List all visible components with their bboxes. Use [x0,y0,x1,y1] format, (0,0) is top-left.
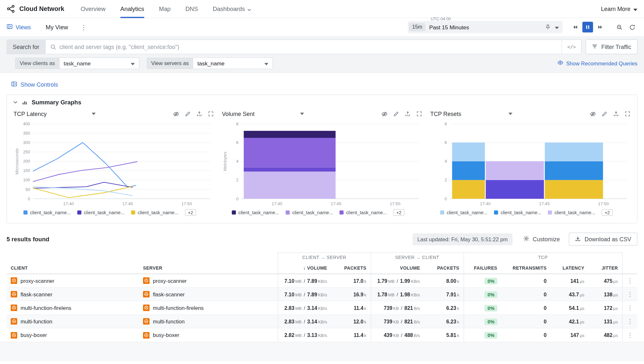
expand-graph-icon[interactable] [625,111,630,117]
view-servers-as-select[interactable]: task_name [193,58,273,69]
collapse-chevron-icon[interactable] [13,101,18,104]
legend-item[interactable]: client_task_name... [232,210,279,215]
hide-graph-icon[interactable] [173,111,179,117]
legend-more-badge[interactable]: +2 [393,209,404,216]
table-row[interactable]: flask-scannerflask-scanner7.10MB/7.89KB/… [6,288,637,301]
query-syntax-toggle[interactable]: </> [562,40,581,54]
server-name[interactable]: busy-boxer [153,332,179,338]
export-graph-icon[interactable] [613,111,619,117]
legend-more-badge[interactable]: +2 [185,209,196,216]
server-cell[interactable]: busy-boxer [139,328,278,342]
row-actions-kebab-icon[interactable]: ⋮ [627,318,633,325]
row-actions-kebab-icon[interactable]: ⋮ [627,331,633,339]
edit-graph-icon[interactable] [185,111,191,117]
server-cell[interactable]: flask-scanner [139,288,278,301]
legend-item[interactable]: client_task_name... [494,210,542,215]
col-header-sc-packets[interactable]: PACKETS [424,262,464,274]
current-view-name[interactable]: My View [46,24,68,30]
col-header-server[interactable]: SERVER [139,262,278,274]
search-input[interactable]: </> [45,39,582,54]
time-forward-button[interactable] [595,22,606,33]
chart-metric-select[interactable]: TCP Resets [430,110,513,117]
col-header-sc-volume[interactable]: VOLUME [371,262,424,274]
export-graph-icon[interactable] [405,111,411,117]
tab-map[interactable]: Map [159,0,170,18]
table-row[interactable]: multi-functionmulti-function2.83MB/3.14K… [6,315,637,328]
row-actions-kebab-icon[interactable]: ⋮ [627,277,633,284]
legend-item[interactable]: client_task_name... [548,210,595,215]
legend-item[interactable]: client_task_name... [131,210,178,215]
filter-traffic-button[interactable]: Filter Traffic [586,39,638,54]
client-name[interactable]: busy-boxer [21,332,47,338]
server-name[interactable]: proxy-scanner [153,278,187,284]
legend-item[interactable]: client_task_name... [440,210,487,215]
server-cell[interactable]: multi-function [139,315,278,328]
client-cell[interactable]: busy-boxer [6,328,139,342]
zoom-out-button[interactable] [614,22,625,33]
server-cell[interactable]: proxy-scanner [139,274,278,288]
tab-dashboards[interactable]: Dashboards [213,0,251,18]
row-actions[interactable]: ⋮ [622,301,637,315]
legend-item[interactable]: client_task_name... [24,210,71,215]
client-cell[interactable]: flask-scanner [6,288,139,301]
client-cell[interactable]: multi-function-firelens [6,301,139,315]
tab-overview[interactable]: Overview [81,0,106,18]
client-name[interactable]: proxy-scanner [21,278,54,284]
table-row[interactable]: multi-function-firelensmulti-function-fi… [6,301,637,315]
server-name[interactable]: flask-scanner [153,291,185,297]
table-row[interactable]: proxy-scannerproxy-scanner7.10MB/7.89KB/… [6,274,637,288]
chart-title: Volume Sent [222,110,255,117]
row-actions[interactable]: ⋮ [622,328,637,342]
col-header-retransmits[interactable]: RETRANSMITS [501,262,551,274]
time-rewind-button[interactable] [570,22,580,33]
search-text-input[interactable] [59,43,562,50]
expand-graph-icon[interactable] [208,111,214,117]
server-name[interactable]: multi-function [153,319,185,325]
show-controls-link[interactable]: Show Controls [11,81,58,88]
client-name[interactable]: multi-function [21,319,53,325]
refresh-button[interactable] [627,22,637,33]
show-recommended-queries-link[interactable]: Show Recommended Queries [557,60,637,67]
legend-item[interactable]: client_task_name... [77,210,125,215]
tab-dns[interactable]: DNS [185,0,198,18]
col-header-jitter[interactable]: JITTER [589,262,622,274]
pause-button[interactable] [582,22,593,33]
client-cell[interactable]: proxy-scanner [6,274,139,288]
client-name[interactable]: flask-scanner [21,291,53,297]
customize-button[interactable]: Customize [523,236,560,243]
server-name[interactable]: multi-function-firelens [153,305,204,311]
view-clients-as-select[interactable]: task_name [59,58,139,69]
export-graph-icon[interactable] [197,111,202,117]
table-row[interactable]: busy-boxerbusy-boxer2.82MB/3.13KB/s11.4k… [6,328,637,342]
legend-more-badge[interactable]: +2 [602,209,613,216]
client-cell[interactable]: multi-function [6,315,139,328]
row-actions[interactable]: ⋮ [622,274,637,288]
expand-graph-icon[interactable] [416,111,422,117]
row-actions-kebab-icon[interactable]: ⋮ [627,304,633,311]
view-options-kebab-icon[interactable]: ⋮ [79,23,89,31]
col-header-failures[interactable]: FAILURES [464,262,501,274]
col-header-latency[interactable]: LATENCY [551,262,588,274]
download-csv-button[interactable]: Download as CSV [569,233,638,246]
hide-graph-icon[interactable] [381,111,388,117]
col-header-cs-packets[interactable]: PACKETS [331,262,370,274]
time-range-picker[interactable]: 15m Past 15 Minutes [408,21,562,33]
client-name[interactable]: multi-function-firelens [21,305,72,311]
row-actions-kebab-icon[interactable]: ⋮ [627,291,633,298]
chart-metric-select[interactable]: Volume Sent [222,110,304,117]
edit-graph-icon[interactable] [602,111,608,117]
tab-analytics[interactable]: Analytics [120,0,144,18]
row-actions[interactable]: ⋮ [622,288,637,301]
server-cell[interactable]: multi-function-firelens [139,301,278,315]
row-actions[interactable]: ⋮ [622,315,637,328]
legend-item[interactable]: client_task_name... [286,210,333,215]
views-button[interactable]: Views [6,24,31,31]
col-header-cs-volume[interactable]: ↓VOLUME [278,262,331,274]
col-header-client[interactable]: CLIENT [6,262,139,274]
learn-more-button[interactable]: Learn More [601,5,638,12]
legend-item[interactable]: client_task_name... [340,210,387,215]
chart-metric-select[interactable]: TCP Latency [14,110,96,117]
edit-graph-icon[interactable] [393,111,399,117]
hide-graph-icon[interactable] [590,111,596,117]
pin-icon[interactable] [545,24,551,30]
